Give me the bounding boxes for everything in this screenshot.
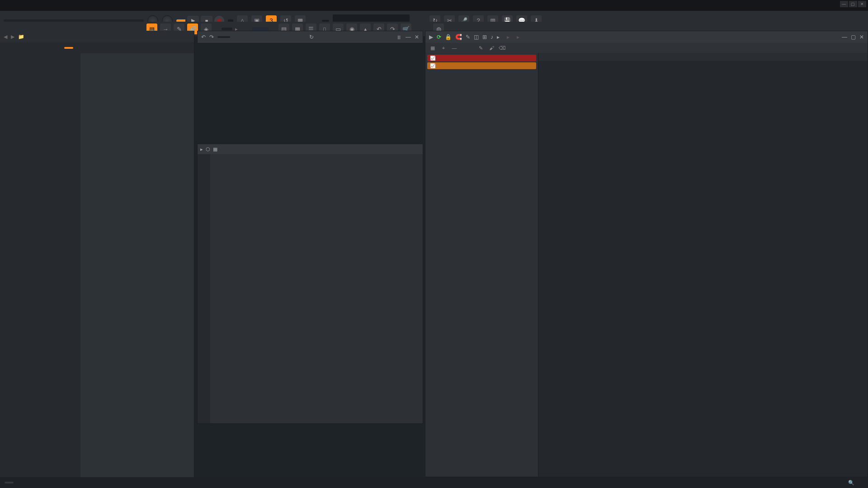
browser-panel: ◀ ▶ 📁: [0, 31, 194, 477]
cr-min-icon[interactable]: —: [406, 34, 411, 40]
browser-back-icon[interactable]: ◀: [4, 34, 7, 40]
tab-library[interactable]: [41, 47, 46, 49]
close-button[interactable]: ✕: [858, 1, 866, 7]
search-icon[interactable]: 🔍: [848, 480, 854, 486]
tab-plugins[interactable]: [29, 47, 34, 49]
mx-menu-icon[interactable]: ▸: [200, 146, 203, 152]
tab-starred[interactable]: [52, 47, 58, 49]
playlist-ruler[interactable]: [538, 53, 868, 61]
pl-add-icon[interactable]: +: [439, 44, 448, 52]
sample-list[interactable]: [80, 53, 194, 477]
mx-opt-icon[interactable]: ⬡: [206, 146, 210, 152]
maximize-button[interactable]: ▢: [849, 1, 857, 7]
cr-graph-icon[interactable]: ⫼: [396, 34, 402, 40]
picker-master[interactable]: 📈: [427, 55, 536, 61]
browser-tabs: [0, 42, 194, 53]
pl-tool3-icon[interactable]: ⊞: [482, 34, 487, 40]
cr-filter-select[interactable]: [217, 36, 230, 38]
picker-multiband[interactable]: 📈: [427, 62, 536, 69]
browser-tree[interactable]: [0, 53, 80, 477]
mixer-ruler: [198, 154, 210, 423]
tab-all2[interactable]: [64, 47, 73, 49]
pl-tool1-icon[interactable]: ✎: [466, 34, 470, 40]
pl-pencil-icon[interactable]: ✎: [476, 44, 485, 52]
playlist-panel: ▶ ⟳ 🔒 🧲 ✎ ◫ ⊞ ♪ ▸ ▸ ▸ — ▢ ✕ ▦ + — ✎ 🖌 ⌫: [425, 31, 868, 477]
pl-tool2-icon[interactable]: ◫: [474, 34, 479, 40]
pl-line-icon[interactable]: —: [450, 44, 459, 52]
cr-back-icon[interactable]: ↶: [201, 34, 206, 40]
browser-folder-icon[interactable]: 📁: [18, 34, 24, 40]
cr-close-icon[interactable]: ✕: [415, 34, 419, 40]
pl-min-icon[interactable]: —: [842, 34, 847, 40]
browser-fwd-icon[interactable]: ▶: [11, 34, 14, 40]
pl-max-icon[interactable]: ▢: [851, 34, 856, 40]
pl-sync-icon[interactable]: ⟳: [437, 34, 441, 40]
mx-view-icon[interactable]: ▦: [213, 146, 217, 152]
pl-playlist-icon[interactable]: ▸: [497, 34, 500, 40]
pl-play-icon[interactable]: ▶: [429, 34, 433, 40]
tab-alle[interactable]: [5, 47, 11, 49]
playlist-grid[interactable]: [538, 53, 868, 477]
step-mode-select[interactable]: [222, 28, 232, 30]
tags-button[interactable]: [5, 482, 14, 483]
playlist-track-headers: 📈 📈: [425, 53, 538, 477]
channel-rack-panel: ↶ ↷ ↻ ⫼ — ✕: [197, 31, 423, 43]
pl-magnet-icon[interactable]: 🧲: [455, 34, 462, 40]
pl-brush-icon[interactable]: 🖌: [487, 44, 496, 52]
pl-close-icon[interactable]: ✕: [859, 34, 864, 40]
pl-grid-icon[interactable]: ▦: [428, 44, 437, 52]
status-bar: 🔍: [0, 477, 868, 488]
pl-erase-icon[interactable]: ⌫: [498, 44, 507, 52]
menu-bar: — ▢ ✕: [0, 0, 868, 11]
tab-project[interactable]: [17, 47, 23, 49]
pattern-select[interactable]: [252, 27, 269, 31]
mixer-panel: ▸ ⬡ ▦: [197, 144, 423, 424]
pl-lock-icon[interactable]: 🔒: [445, 34, 452, 40]
mixer-tracks: [210, 154, 423, 423]
cr-fwd-icon[interactable]: ↷: [209, 34, 214, 40]
pl-tool4-icon[interactable]: ♪: [491, 34, 493, 40]
cr-loop-icon[interactable]: ↻: [309, 34, 314, 40]
time-display[interactable]: [322, 20, 329, 22]
minimize-button[interactable]: —: [840, 1, 848, 7]
